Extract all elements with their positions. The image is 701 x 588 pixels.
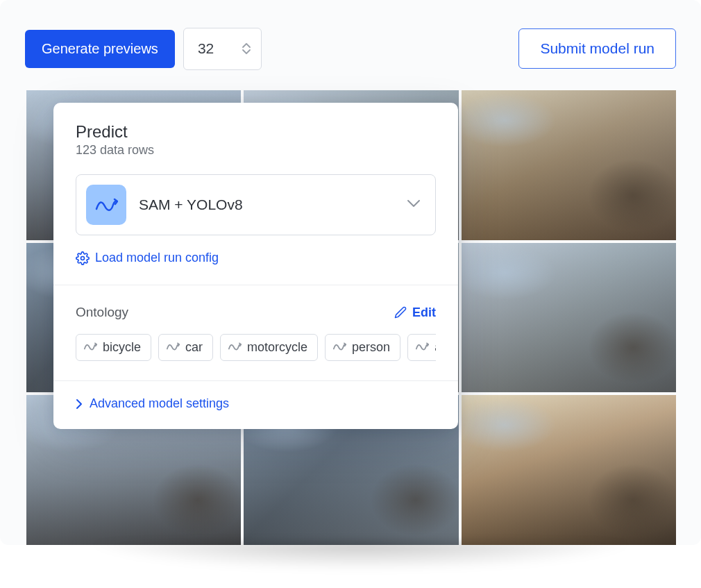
model-icon: [86, 185, 126, 225]
model-select-dropdown[interactable]: SAM + YOLOv8: [76, 174, 436, 235]
chip-label: motorcycle: [247, 340, 307, 355]
squiggle-icon: [415, 340, 429, 355]
chevron-up-icon: [242, 42, 251, 49]
gear-icon: [76, 251, 90, 265]
model-selected-label: SAM + YOLOv8: [139, 196, 394, 213]
submit-model-run-button[interactable]: Submit model run: [518, 28, 676, 69]
toolbar: Generate previews 32 Submit model run: [0, 0, 701, 72]
load-config-link[interactable]: Load model run config: [76, 251, 436, 265]
predict-subtitle: 123 data rows: [76, 143, 436, 158]
chip-label: car: [185, 340, 203, 355]
ontology-edit-label: Edit: [412, 305, 436, 320]
thumbnail[interactable]: [462, 90, 676, 240]
ontology-section: Ontology Edit bicycle car motorcycle per…: [53, 285, 458, 381]
preview-count-stepper[interactable]: 32: [183, 28, 262, 70]
ontology-chip[interactable]: a: [407, 334, 436, 361]
predict-panel: Predict 123 data rows SAM + YOLOv8 Load …: [53, 103, 458, 429]
advanced-settings-toggle[interactable]: Advanced model settings: [53, 381, 458, 429]
chip-label: person: [352, 340, 390, 355]
squiggle-icon: [94, 196, 118, 213]
squiggle-icon: [83, 340, 97, 355]
thumbnail[interactable]: [462, 395, 676, 545]
ontology-header: Ontology Edit: [76, 305, 436, 320]
chip-label: bicycle: [103, 340, 141, 355]
generate-previews-button[interactable]: Generate previews: [25, 30, 175, 68]
toolbar-left: Generate previews 32: [25, 28, 262, 70]
ontology-chip[interactable]: person: [325, 334, 400, 361]
ontology-chip[interactable]: car: [158, 334, 213, 361]
advanced-settings-label: Advanced model settings: [90, 396, 229, 411]
load-config-label: Load model run config: [95, 251, 219, 265]
svg-point-0: [81, 256, 85, 260]
chevron-down-icon: [242, 49, 251, 55]
drop-shadow: [35, 541, 687, 583]
ontology-chip[interactable]: motorcycle: [220, 334, 318, 361]
squiggle-icon: [166, 340, 180, 355]
squiggle-icon: [228, 340, 242, 355]
chevron-down-icon: [406, 199, 421, 211]
ontology-chip[interactable]: bicycle: [76, 334, 151, 361]
thumbnail[interactable]: [462, 243, 676, 393]
squiggle-icon: [332, 340, 346, 355]
stepper-arrows[interactable]: [242, 42, 251, 55]
preview-count-value: 32: [198, 40, 214, 57]
predict-section: Predict 123 data rows SAM + YOLOv8 Load …: [53, 103, 458, 285]
chevron-right-icon: [76, 398, 83, 410]
chip-label: a: [434, 340, 436, 355]
ontology-edit-link[interactable]: Edit: [394, 305, 436, 320]
pencil-icon: [394, 306, 407, 319]
ontology-chip-row: bicycle car motorcycle person a: [76, 334, 436, 361]
ontology-title: Ontology: [76, 305, 128, 320]
predict-title: Predict: [76, 122, 436, 142]
